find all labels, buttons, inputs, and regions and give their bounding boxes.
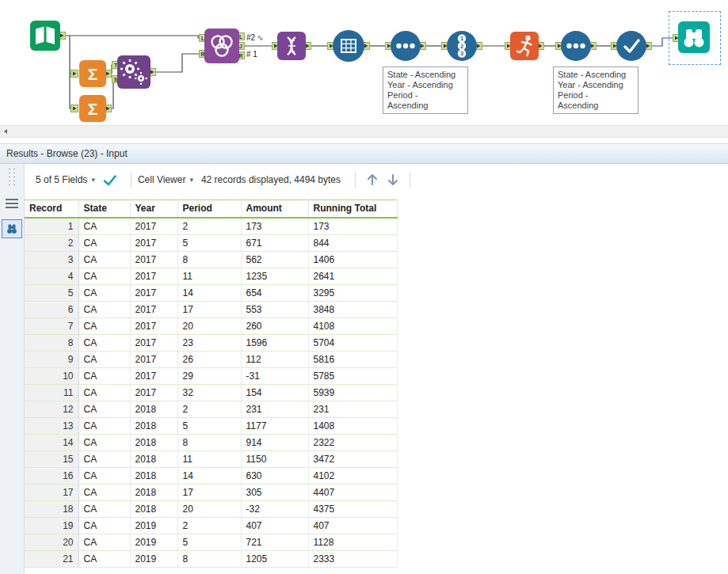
table-cell[interactable]: CA bbox=[78, 467, 130, 484]
table-cell[interactable]: CA bbox=[78, 351, 130, 367]
browse-view-button[interactable] bbox=[2, 219, 22, 238]
table-cell[interactable]: 1205 bbox=[241, 550, 308, 567]
table-cell[interactable]: 11 bbox=[177, 450, 241, 467]
table-cell[interactable]: 2017 bbox=[130, 268, 177, 284]
table-row[interactable]: 10CA201729-315785 bbox=[25, 367, 397, 384]
table-cell[interactable]: 2018 bbox=[130, 467, 177, 484]
table-cell[interactable]: CA bbox=[78, 367, 130, 384]
table-cell[interactable]: 154 bbox=[241, 384, 308, 401]
table-cell[interactable]: 173 bbox=[241, 218, 308, 235]
table-cell[interactable]: 1177 bbox=[241, 417, 308, 434]
table-cell[interactable]: 3295 bbox=[308, 284, 397, 301]
table-cell[interactable]: 231 bbox=[241, 401, 308, 417]
table-cell[interactable]: CA bbox=[78, 334, 130, 351]
table-cell[interactable]: 4407 bbox=[308, 484, 397, 500]
table-cell[interactable]: 260 bbox=[241, 317, 308, 334]
table-cell[interactable]: 1596 bbox=[241, 334, 308, 351]
table-cell[interactable]: CA bbox=[78, 450, 130, 467]
table-row[interactable]: 4CA20171112352641 bbox=[25, 268, 397, 284]
table-cell[interactable]: 671 bbox=[241, 234, 308, 251]
workflow-canvas[interactable]: TSLRLJR Σ Σ bbox=[0, 0, 728, 125]
table-cell[interactable]: 2017 bbox=[130, 384, 177, 401]
fields-dropdown[interactable]: 5 of 5 Fields ▾ bbox=[36, 174, 95, 185]
table-cell[interactable]: 14 bbox=[177, 284, 241, 301]
table-cell[interactable]: 4375 bbox=[308, 500, 397, 517]
sort-annotation[interactable]: State - AscendingYear - AscendingPeriod … bbox=[383, 67, 468, 114]
column-header-year[interactable]: Year bbox=[130, 200, 177, 218]
table-cell[interactable]: -32 bbox=[241, 500, 308, 517]
table-cell[interactable]: CA bbox=[78, 251, 130, 268]
table-cell[interactable]: 654 bbox=[241, 284, 308, 301]
table-cell[interactable]: 1408 bbox=[308, 417, 397, 434]
sort-annotation[interactable]: State - AscendingYear - AscendingPeriod … bbox=[553, 67, 638, 114]
tool-summarize-1[interactable]: Σ bbox=[79, 60, 106, 87]
table-view-button[interactable] bbox=[2, 194, 22, 213]
table-row[interactable]: 7CA2017202604108 bbox=[25, 317, 397, 334]
table-cell[interactable]: 3472 bbox=[308, 450, 397, 467]
tool-sort-2[interactable] bbox=[561, 31, 591, 61]
table-cell[interactable]: 11 bbox=[177, 268, 241, 284]
tool-join[interactable] bbox=[204, 29, 239, 63]
table-row[interactable]: 11CA2017321545939 bbox=[25, 384, 397, 401]
table-cell[interactable]: 1150 bbox=[241, 450, 308, 467]
tool-append-fields[interactable] bbox=[117, 55, 151, 89]
table-row[interactable]: 8CA20172315965704 bbox=[25, 334, 397, 351]
table-row[interactable]: 3CA201785621406 bbox=[25, 251, 397, 268]
table-cell[interactable]: 17 bbox=[177, 484, 241, 500]
table-cell[interactable]: CA bbox=[78, 401, 130, 417]
table-cell[interactable]: 17 bbox=[177, 301, 241, 317]
table-cell[interactable]: 2018 bbox=[130, 484, 177, 500]
table-row[interactable]: 9CA2017261125816 bbox=[25, 351, 397, 367]
table-cell[interactable]: 5816 bbox=[308, 351, 397, 367]
table-cell[interactable]: 721 bbox=[241, 534, 308, 550]
table-cell[interactable]: CA bbox=[78, 534, 130, 550]
table-cell[interactable]: 2019 bbox=[130, 517, 177, 534]
table-cell[interactable]: CA bbox=[78, 301, 130, 317]
table-cell[interactable]: 23 bbox=[177, 334, 241, 351]
table-cell[interactable]: 8 bbox=[177, 434, 241, 450]
table-row[interactable]: 20CA201957211128 bbox=[25, 534, 397, 550]
table-cell[interactable]: CA bbox=[78, 384, 130, 401]
table-cell[interactable]: CA bbox=[78, 218, 130, 235]
table-cell[interactable]: 1128 bbox=[308, 534, 397, 550]
table-cell[interactable]: 2019 bbox=[130, 550, 177, 567]
table-cell[interactable]: 2017 bbox=[130, 218, 177, 235]
table-cell[interactable]: 2017 bbox=[130, 301, 177, 317]
tool-input-data[interactable] bbox=[30, 21, 60, 51]
table-cell[interactable]: 2641 bbox=[308, 268, 397, 284]
table-cell[interactable]: CA bbox=[78, 484, 130, 500]
table-cell[interactable]: 2019 bbox=[130, 534, 177, 550]
table-cell[interactable]: 32 bbox=[177, 384, 241, 401]
table-cell[interactable]: 5785 bbox=[308, 367, 397, 384]
table-cell[interactable]: 8 bbox=[177, 550, 241, 567]
table-cell[interactable]: 2018 bbox=[130, 417, 177, 434]
table-cell[interactable]: 2018 bbox=[130, 450, 177, 467]
table-cell[interactable]: 1406 bbox=[308, 251, 397, 268]
column-header-amount[interactable]: Amount bbox=[241, 200, 308, 218]
tool-check[interactable] bbox=[616, 31, 646, 61]
tool-running-total[interactable] bbox=[510, 32, 539, 60]
table-row[interactable]: 17CA2018173054407 bbox=[25, 484, 397, 500]
table-row[interactable]: 14CA201889142322 bbox=[25, 434, 397, 450]
tool-multi-row-formula[interactable] bbox=[333, 30, 364, 62]
panel-grip[interactable] bbox=[7, 167, 17, 188]
table-cell[interactable]: CA bbox=[78, 434, 130, 450]
tool-summarize-2[interactable]: Σ bbox=[79, 95, 106, 122]
move-down-button[interactable] bbox=[384, 171, 402, 188]
table-row[interactable]: 2CA20175671844 bbox=[25, 234, 397, 251]
table-cell[interactable]: 2322 bbox=[308, 434, 397, 450]
table-row[interactable]: 6CA2017175533848 bbox=[25, 301, 397, 317]
table-row[interactable]: 16CA2018146304102 bbox=[25, 467, 397, 484]
table-cell[interactable]: 2018 bbox=[130, 401, 177, 417]
apply-check-icon[interactable] bbox=[103, 174, 116, 186]
table-cell[interactable]: 1235 bbox=[241, 268, 308, 284]
table-cell[interactable]: 562 bbox=[241, 251, 308, 268]
table-row[interactable]: 19CA20192407407 bbox=[25, 517, 397, 534]
table-cell[interactable]: 112 bbox=[241, 351, 308, 367]
table-row[interactable]: 1CA20172173173 bbox=[25, 218, 397, 235]
table-cell[interactable]: 2017 bbox=[130, 351, 177, 367]
table-row[interactable]: 5CA2017146543295 bbox=[25, 284, 397, 301]
tool-record-id[interactable]: 1 2 3 bbox=[447, 31, 477, 61]
table-cell[interactable]: 5 bbox=[177, 234, 241, 251]
table-cell[interactable]: 844 bbox=[308, 234, 397, 251]
